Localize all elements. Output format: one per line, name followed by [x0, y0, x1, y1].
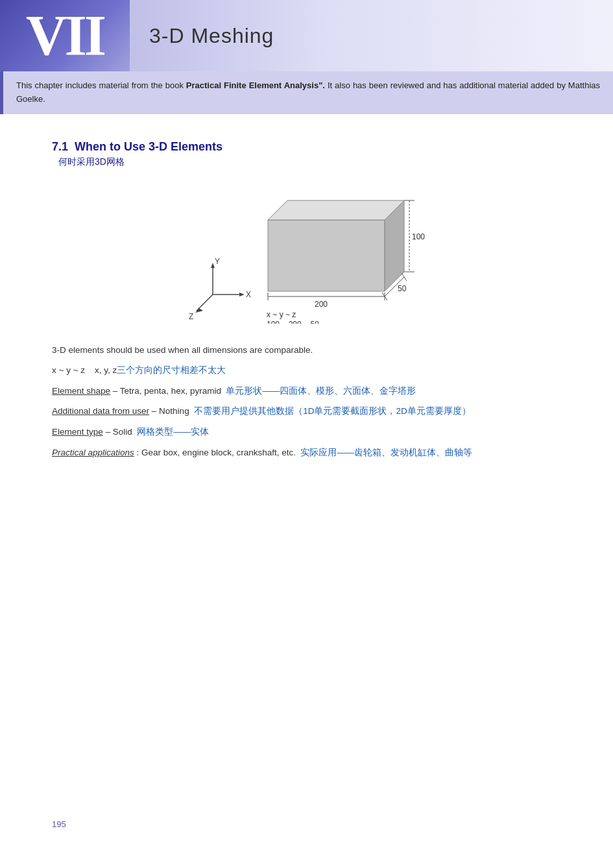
para-6-cn: 实际应用——齿轮箱、发动机缸体、曲轴等 [300, 448, 472, 457]
svg-text:X: X [246, 290, 251, 299]
chapter-roman-block: VII [0, 0, 130, 71]
svg-text:Z: Z [189, 312, 193, 321]
illustration-area: Y X Z 100 [52, 181, 561, 324]
para-4-dash: – Nothing [149, 406, 194, 416]
chapter-header: VII 3-D Meshing [0, 0, 613, 71]
para-5-dash: – Solid [103, 427, 138, 437]
chapter-title: 3-D Meshing [149, 24, 274, 48]
chapter-title-area: 3-D Meshing [130, 0, 613, 71]
section-heading: 7.1 When to Use 3-D Elements [52, 140, 561, 154]
svg-text:200: 200 [315, 300, 328, 309]
para-1: 3-D elements should be used when all dim… [52, 343, 561, 357]
svg-marker-10 [268, 200, 404, 220]
page-number: 195 [52, 819, 66, 829]
para-5-cn: 网格类型——实体 [137, 427, 209, 437]
para-1-text: 3-D elements should be used when all dim… [52, 345, 313, 355]
main-content: 7.1 When to Use 3-D Elements 何时采用3D网格 Y … [0, 114, 613, 486]
para-3-label: Element shape [52, 386, 110, 396]
svg-marker-9 [268, 220, 385, 291]
para-2-cn: 三个方向的尺寸相差不太大 [117, 365, 226, 375]
para-3-cn: 单元形状——四面体、模形、六面体、金字塔形 [226, 386, 416, 396]
para-2-xyz: x ~ y ~ z x, y, z [52, 365, 117, 375]
svg-text:100 ~ 200 ~ 50: 100 ~ 200 ~ 50 [267, 320, 319, 324]
para-6: Practical applications : Gear box, engin… [52, 446, 561, 460]
3d-box-illustration: Y X Z 100 [171, 181, 443, 324]
section-title: When to Use 3-D Elements [75, 140, 222, 153]
section-subtitle-cn: 何时采用3D网格 [52, 156, 561, 168]
page-wrapper: VII 3-D Meshing This chapter includes ma… [0, 0, 613, 868]
info-text-1: This chapter includes material from the … [16, 80, 186, 90]
svg-text:100: 100 [412, 232, 425, 241]
para-5: Element type – Solid 网格类型——实体 [52, 425, 561, 439]
para-4-label: Additional data from user [52, 406, 149, 416]
para-3-dash: – Tetra, penta, hex, pyramid [110, 386, 226, 396]
info-book-title: Practical Finite Element Analysis". [186, 80, 325, 90]
para-2: x ~ y ~ z x, y, z三个方向的尺寸相差不太大 [52, 363, 561, 378]
chapter-roman-numeral: VII [26, 7, 104, 64]
svg-text:x ~ y ~ z: x ~ y ~ z [267, 310, 296, 319]
para-4: Additional data from user – Nothing 不需要用… [52, 404, 561, 418]
para-3: Element shape – Tetra, penta, hex, pyram… [52, 384, 561, 398]
info-box: This chapter includes material from the … [0, 71, 613, 114]
svg-text:50: 50 [398, 284, 407, 293]
section-number: 7.1 [52, 140, 75, 153]
svg-line-6 [197, 295, 213, 311]
para-6-label: Practical applications [52, 448, 134, 457]
para-4-cn: 不需要用户提供其他数据（1D单元需要截面形状，2D单元需要厚度） [194, 406, 471, 416]
svg-marker-4 [239, 293, 245, 296]
svg-line-22 [402, 273, 407, 281]
para-5-label: Element type [52, 427, 103, 437]
para-6-colon: : Gear box, engine block, crankshaft, et… [134, 448, 301, 457]
svg-text:Y: Y [215, 257, 220, 266]
